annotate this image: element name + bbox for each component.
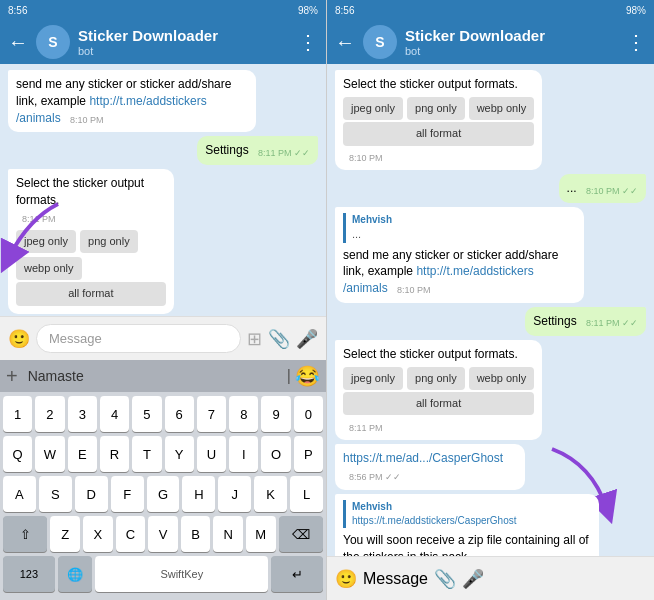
left-key-shift[interactable]: ⇧ <box>3 516 47 552</box>
right-status-battery: 98% <box>626 5 646 16</box>
left-keyboard-emoji-suggestion[interactable]: 😂 <box>295 364 320 388</box>
right-mic-icon[interactable]: 🎤 <box>462 568 484 590</box>
right-attach-icon[interactable]: 📎 <box>434 568 456 590</box>
left-key-i[interactable]: I <box>229 436 258 472</box>
left-key-t[interactable]: T <box>132 436 161 472</box>
left-key-u[interactable]: U <box>197 436 226 472</box>
right-msg7-preview-link[interactable]: https://t.me/addstickers/CasperGhost <box>352 514 591 528</box>
right-chat-area: Select the sticker output formats. jpeg … <box>327 64 654 556</box>
left-mic-icon[interactable]: 🎤 <box>296 328 318 350</box>
left-key-5[interactable]: 5 <box>132 396 161 432</box>
left-msg2-bubble: Settings 8:11 PM ✓✓ <box>197 136 318 165</box>
left-status-time: 8:56 <box>8 5 27 16</box>
right-input-bar: 🙂 Message 📎 🎤 <box>327 556 654 600</box>
left-key-a[interactable]: A <box>3 476 36 512</box>
left-key-x[interactable]: X <box>83 516 113 552</box>
left-back-button[interactable]: ← <box>8 31 28 54</box>
left-btn-all[interactable]: all format <box>16 282 166 305</box>
right-sticker-icon[interactable]: 🙂 <box>335 568 357 590</box>
left-phone-panel: 8:56 98% ← S Sticker Downloader bot ⋮ se… <box>0 0 327 600</box>
left-key-l[interactable]: L <box>290 476 323 512</box>
left-key-6[interactable]: 6 <box>165 396 194 432</box>
right-status-bar: 8:56 98% <box>327 0 654 20</box>
left-key-w[interactable]: W <box>35 436 64 472</box>
table-row: Select the sticker output formats. jpeg … <box>335 70 646 170</box>
table-row: Settings 8:11 PM ✓✓ <box>335 307 646 336</box>
left-key-row-numbers: 1 2 3 4 5 6 7 8 9 0 <box>3 396 323 432</box>
right-btn-webp-1[interactable]: webp only <box>469 97 535 120</box>
left-key-return[interactable]: ↵ <box>271 556 323 592</box>
left-key-9[interactable]: 9 <box>261 396 290 432</box>
left-key-row-zxcv: ⇧ Z X C V B N M ⌫ <box>3 516 323 552</box>
left-message-input[interactable]: Message <box>36 324 241 353</box>
left-key-n[interactable]: N <box>213 516 243 552</box>
right-msg1-time: 8:10 PM <box>349 152 383 165</box>
left-key-d[interactable]: D <box>75 476 108 512</box>
left-input-bar: 🙂 Message ⊞ 📎 🎤 <box>0 316 326 360</box>
left-key-y[interactable]: Y <box>165 436 194 472</box>
right-more-button[interactable]: ⋮ <box>626 30 646 54</box>
left-key-3[interactable]: 3 <box>68 396 97 432</box>
left-key-h[interactable]: H <box>182 476 215 512</box>
right-msg7-sender: Mehvish <box>352 500 591 514</box>
right-btn-jpeg-2[interactable]: jpeg only <box>343 367 403 390</box>
right-back-button[interactable]: ← <box>335 31 355 54</box>
left-nav-avatar: S <box>36 25 70 59</box>
right-btn-png-2[interactable]: png only <box>407 367 465 390</box>
table-row: Settings 8:11 PM ✓✓ <box>8 136 318 165</box>
left-key-1[interactable]: 1 <box>3 396 32 432</box>
left-key-j[interactable]: J <box>218 476 251 512</box>
right-btn-png-1[interactable]: png only <box>407 97 465 120</box>
left-keyboard-cursor: | <box>287 367 291 385</box>
right-msg2-text: ... <box>567 181 577 195</box>
left-key-m[interactable]: M <box>246 516 276 552</box>
left-key-k[interactable]: K <box>254 476 287 512</box>
left-key-b[interactable]: B <box>181 516 211 552</box>
left-key-space[interactable]: SwiftKey <box>95 556 268 592</box>
left-key-8[interactable]: 8 <box>229 396 258 432</box>
left-key-r[interactable]: R <box>100 436 129 472</box>
left-key-s[interactable]: S <box>39 476 72 512</box>
left-more-button[interactable]: ⋮ <box>298 30 318 54</box>
left-msg2-time: 8:11 PM ✓✓ <box>258 147 310 160</box>
left-keyboard-plus[interactable]: + <box>6 365 18 388</box>
left-grid-icon[interactable]: ⊞ <box>247 328 262 350</box>
left-keyboard-suggestion[interactable]: Namaste <box>22 366 283 386</box>
left-attach-icon[interactable]: 📎 <box>268 328 290 350</box>
left-key-row-asdf: A S D F G H J K L <box>3 476 323 512</box>
left-key-7[interactable]: 7 <box>197 396 226 432</box>
left-key-0[interactable]: 0 <box>294 396 323 432</box>
left-key-e[interactable]: E <box>68 436 97 472</box>
left-sticker-icon[interactable]: 🙂 <box>8 328 30 350</box>
left-key-g[interactable]: G <box>147 476 180 512</box>
left-key-q[interactable]: Q <box>3 436 32 472</box>
left-key-2[interactable]: 2 <box>35 396 64 432</box>
left-btn-png[interactable]: png only <box>80 230 138 253</box>
left-key-123[interactable]: 123 <box>3 556 55 592</box>
left-key-c[interactable]: C <box>116 516 146 552</box>
right-msg6-link[interactable]: https://t.me/ad.../CasperGhost <box>343 451 503 465</box>
left-purple-arrow <box>0 199 78 279</box>
right-status-time: 8:56 <box>335 5 354 16</box>
right-msg7-time: 8:56 PM <box>480 553 514 556</box>
left-key-f[interactable]: F <box>111 476 144 512</box>
left-key-4[interactable]: 4 <box>100 396 129 432</box>
left-key-o[interactable]: O <box>261 436 290 472</box>
left-key-v[interactable]: V <box>148 516 178 552</box>
left-status-bar: 8:56 98% <box>0 0 326 20</box>
right-btn-jpeg-1[interactable]: jpeg only <box>343 97 403 120</box>
right-msg3-sender: Mehvish <box>352 213 576 227</box>
right-btn-all-1[interactable]: all format <box>343 122 534 145</box>
left-key-backspace[interactable]: ⌫ <box>279 516 323 552</box>
right-format-buttons-1: jpeg only png only webp only <box>343 97 534 120</box>
left-key-p[interactable]: P <box>294 436 323 472</box>
table-row: Select the sticker output formats. 8:11 … <box>8 169 318 314</box>
right-msg4-time: 8:11 PM ✓✓ <box>586 317 638 330</box>
right-message-input[interactable]: Message <box>363 570 428 588</box>
left-key-globe[interactable]: 🌐 <box>58 556 93 592</box>
right-btn-all-2[interactable]: all format <box>343 392 534 415</box>
left-nav-info: Sticker Downloader bot <box>78 27 290 57</box>
right-btn-webp-2[interactable]: webp only <box>469 367 535 390</box>
left-key-z[interactable]: Z <box>50 516 80 552</box>
left-nav-subtitle: bot <box>78 45 290 57</box>
